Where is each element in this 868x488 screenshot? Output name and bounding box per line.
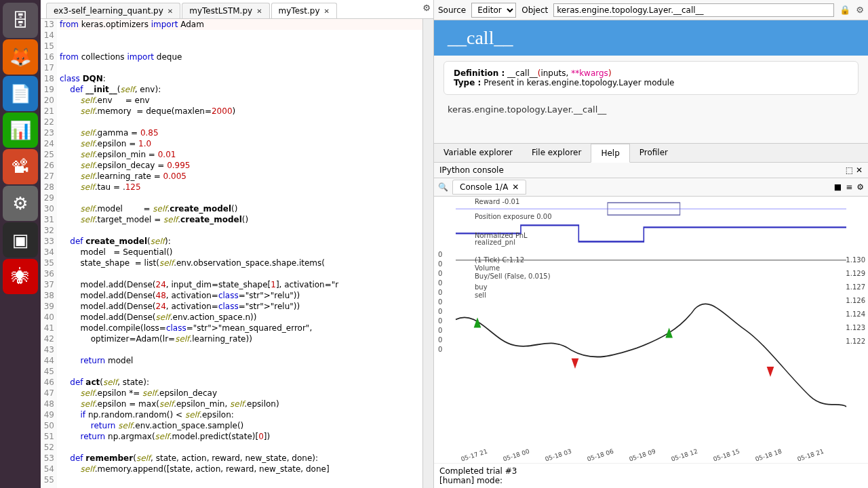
tab-mytest[interactable]: myTest.py✕	[271, 3, 337, 18]
close-icon[interactable]: ✕	[324, 7, 330, 15]
definition-args: inputs,	[540, 68, 571, 78]
ipython-label: IPython console	[439, 165, 504, 175]
editor-options-icon[interactable]: ⚙	[422, 3, 431, 13]
launcher-impress-icon[interactable]: 📽	[3, 149, 38, 184]
close-panel-icon[interactable]: ✕	[856, 165, 863, 175]
console-output: Completed trial #3 [human] mode:	[434, 463, 868, 488]
console-line: [human] mode:	[439, 476, 863, 485]
launcher-firefox-icon[interactable]: 🦊	[3, 39, 38, 75]
console-tabs: 🔍 Console 1/A✕ ■ ≡ ⚙	[434, 178, 868, 197]
launcher-files-icon[interactable]: 🗄	[3, 3, 38, 38]
console-line: Completed trial #3	[439, 466, 863, 476]
launcher-writer-icon[interactable]: 📄	[3, 76, 38, 111]
help-body: keras.engine.topology.Layer.__call__	[434, 100, 868, 119]
tab-lstm[interactable]: myTestLSTM.py✕	[182, 3, 269, 18]
console-tab-label: Console 1/A	[460, 182, 508, 192]
help-definition-box: Definition : __call__(inputs, **kwargs) …	[443, 61, 859, 95]
editor-pane: ⚙ ex3-self_learning_quant.py✕ myTestLSTM…	[41, 0, 434, 488]
line-gutter: 1314151617181920212223242526272829303132…	[41, 19, 57, 488]
tab-label: ex3-self_learning_quant.py	[54, 6, 163, 16]
definition-label: Definition :	[454, 68, 505, 78]
launcher-settings-icon[interactable]: ⚙	[3, 186, 38, 221]
ipython-panel-header: IPython console ⬚ ✕	[434, 163, 868, 178]
console-options-icon[interactable]: ⚙	[856, 182, 864, 192]
output-plot: 00000000000 1.1301.1291.1271.1261.1241.1…	[434, 197, 868, 463]
tab-profiler[interactable]: Profiler	[630, 144, 677, 162]
lock-icon[interactable]: 🔒	[840, 5, 850, 15]
type-label: Type :	[454, 78, 481, 87]
close-icon[interactable]: ✕	[256, 7, 262, 15]
stop-icon[interactable]: ■	[834, 182, 842, 192]
type-value: Present in keras.engine.topology.Layer m…	[484, 78, 674, 87]
help-title: __call__	[434, 20, 868, 56]
vertical-scrollbar[interactable]	[422, 19, 433, 488]
tab-ex3[interactable]: ex3-self_learning_quant.py✕	[46, 3, 180, 18]
object-label: Object	[521, 5, 548, 15]
code-editor[interactable]: 1314151617181920212223242526272829303132…	[41, 19, 433, 488]
definition-kwargs: **kwargs	[571, 68, 608, 78]
help-toolbar: Source Editor Object 🔒 ⚙	[434, 0, 868, 20]
launcher-terminal-icon[interactable]: ▣	[3, 222, 38, 258]
interrupt-icon[interactable]: ≡	[846, 182, 852, 192]
source-label: Source	[438, 5, 466, 15]
launcher: 🗄 🦊 📄 📊 📽 ⚙ ▣ 🕷	[0, 0, 41, 488]
browse-kernel-icon[interactable]: 🔍	[438, 182, 448, 192]
definition-fn: __call__	[507, 68, 538, 78]
object-input[interactable]	[553, 3, 834, 17]
editor-tabs: ex3-self_learning_quant.py✕ myTestLSTM.p…	[41, 0, 433, 19]
right-panel-tabs: Variable explorer File explorer Help Pro…	[434, 143, 868, 163]
console-tab[interactable]: Console 1/A✕	[452, 180, 526, 195]
launcher-spyder-icon[interactable]: 🕷	[3, 259, 38, 294]
tab-variable-explorer[interactable]: Variable explorer	[434, 144, 522, 162]
source-select[interactable]: Editor	[471, 3, 516, 18]
maximize-icon[interactable]: ⬚	[846, 165, 853, 175]
tab-label: myTestLSTM.py	[189, 6, 252, 16]
right-pane: Source Editor Object 🔒 ⚙ __call__ Defini…	[434, 0, 868, 488]
options-icon[interactable]: ⚙	[856, 5, 864, 15]
close-icon[interactable]: ✕	[167, 7, 173, 15]
tab-help[interactable]: Help	[591, 144, 629, 163]
tab-file-explorer[interactable]: File explorer	[522, 144, 591, 162]
launcher-calc-icon[interactable]: 📊	[3, 113, 38, 148]
close-icon[interactable]: ✕	[512, 182, 519, 192]
code-area[interactable]: from keras.optimizers import Adam from c…	[57, 19, 422, 488]
tab-label: myTest.py	[279, 6, 320, 16]
